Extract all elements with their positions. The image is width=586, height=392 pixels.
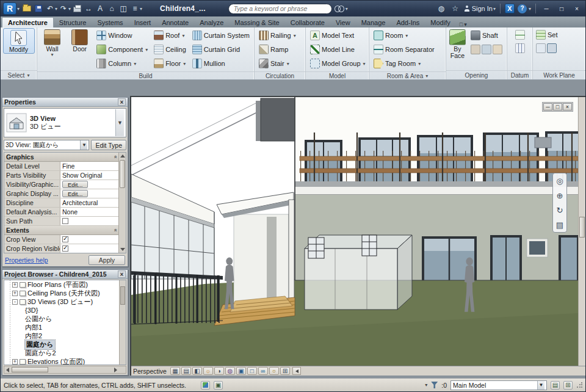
crop-view-icon[interactable]: ▣: [236, 367, 246, 375]
sign-in-button[interactable]: Sign In ▾: [464, 5, 496, 12]
apply-button[interactable]: Apply: [89, 255, 125, 265]
collapse-toggle[interactable]: -: [12, 299, 18, 305]
visibility-edit-button[interactable]: Edit...: [62, 181, 88, 188]
tree-item-view-naibu1[interactable]: 内部1: [4, 323, 126, 332]
shadows-icon[interactable]: ◑: [214, 367, 224, 375]
edit-type-button[interactable]: Edit Type: [91, 140, 126, 150]
exchange-apps-button[interactable]: X: [505, 4, 515, 13]
panel-label-circulation[interactable]: Circulation: [255, 71, 305, 79]
measure-button[interactable]: ↔: [83, 3, 94, 14]
browser-horizontal-scrollbar[interactable]: [4, 366, 126, 374]
panel-label-model[interactable]: Model: [306, 71, 369, 79]
redo-button[interactable]: ↷: [58, 3, 69, 14]
crop-view-checkbox[interactable]: [62, 236, 68, 242]
tab-analyze[interactable]: Analyze: [194, 18, 229, 27]
scale-icon[interactable]: ▦: [170, 367, 180, 375]
column-button[interactable]: Column: [95, 57, 150, 70]
scroll-down-icon[interactable]: [120, 248, 125, 251]
ramp-button[interactable]: Ramp: [257, 43, 298, 56]
tree-item-3d-views[interactable]: -3D Views (3D ビュー): [4, 297, 126, 306]
properties-header[interactable]: Properties ×: [2, 98, 128, 107]
group-extents[interactable]: Extents»: [4, 226, 118, 235]
browser-vertical-scrollbar[interactable]: [119, 280, 126, 365]
model-line-button[interactable]: Model Line: [308, 43, 367, 56]
3d-view-canvas[interactable]: ─ □ × ◎ ⊕ ↻ ▤: [131, 97, 578, 366]
scrollbar-thumb[interactable]: [120, 286, 125, 305]
communication-center-icon[interactable]: ◍: [436, 3, 447, 14]
wall-button[interactable]: Wall: [38, 28, 66, 57]
tab-modify[interactable]: Modify: [425, 18, 455, 27]
tag-room-button[interactable]: Tag Room: [372, 57, 436, 70]
main-model-caret-icon[interactable]: ▼: [537, 381, 544, 390]
scroll-up-icon[interactable]: [120, 154, 125, 158]
undo-button[interactable]: ↶: [45, 3, 56, 14]
by-face-button[interactable]: By Face: [447, 28, 468, 59]
press-drag-icon[interactable]: ⊞: [563, 381, 573, 390]
group-graphics[interactable]: Graphics»: [4, 153, 118, 162]
panel-label-opening[interactable]: Opening: [446, 70, 507, 79]
thin-lines-button[interactable]: ≡: [129, 3, 140, 14]
type-selector-caret-icon[interactable]: ▼: [115, 109, 124, 136]
text-button[interactable]: A: [95, 3, 106, 14]
sun-path-checkbox[interactable]: [62, 218, 68, 224]
model-text-button[interactable]: Model Text: [308, 29, 367, 42]
visual-style-icon[interactable]: ◧: [192, 367, 202, 375]
ribbon-state-icon[interactable]: □: [460, 21, 463, 27]
tab-collaborate[interactable]: Collaborate: [285, 18, 330, 27]
crop-region-checkbox[interactable]: [62, 245, 68, 252]
view-selector-caret-icon[interactable]: ▼: [80, 140, 87, 150]
tree-item-floor-plans[interactable]: +Floor Plans (平面図): [4, 280, 126, 289]
level-icon[interactable]: [515, 30, 525, 40]
worksets-icon[interactable]: [201, 381, 210, 390]
work-plane-viewer-icon[interactable]: [547, 43, 557, 53]
zoom-icon[interactable]: ⊕: [554, 190, 565, 201]
properties-scrollbar[interactable]: [118, 153, 126, 253]
scroll-left-icon[interactable]: [6, 368, 9, 372]
help-button[interactable]: ?: [518, 4, 527, 13]
component-button[interactable]: Component: [95, 43, 150, 56]
view-minimize-icon[interactable]: ─: [543, 103, 552, 111]
tab-massing-site[interactable]: Massing & Site: [229, 18, 284, 27]
show-work-plane-icon[interactable]: [536, 43, 546, 53]
section-button[interactable]: ◫: [118, 3, 129, 14]
save-button[interactable]: [33, 3, 44, 14]
print-button[interactable]: [71, 3, 82, 14]
model-group-button[interactable]: Model Group: [308, 57, 367, 70]
set-work-plane-button[interactable]: Set: [534, 28, 560, 42]
modify-button[interactable]: Modify: [3, 28, 35, 54]
app-menu-caret-icon[interactable]: ▾: [17, 6, 20, 12]
scrollbar-thumb[interactable]: [120, 160, 125, 188]
room-separator-button[interactable]: Room Separator: [372, 43, 436, 56]
view-scale-label[interactable]: Perspective: [133, 368, 167, 375]
editable-only-caret-icon[interactable]: ▾: [425, 382, 427, 388]
tab-architecture[interactable]: Architecture: [2, 17, 54, 27]
window-button[interactable]: Window: [95, 29, 150, 42]
tab-annotate[interactable]: Annotate: [156, 18, 194, 27]
reveal-hidden-icon[interactable]: ○: [269, 367, 279, 375]
ribbon-state-caret-icon[interactable]: ▾: [464, 21, 467, 27]
open-button[interactable]: [21, 3, 32, 14]
tree-item-view-kouen[interactable]: 公園から: [4, 314, 126, 323]
panel-label-work-plane[interactable]: Work Plane: [533, 70, 585, 79]
tab-view[interactable]: View: [330, 18, 356, 27]
main-model-select[interactable]: Main Model ▼: [450, 380, 547, 390]
dormer-opening-icon[interactable]: [493, 45, 502, 54]
close-button[interactable]: ×: [571, 4, 583, 14]
ceiling-button[interactable]: Ceiling: [152, 43, 188, 56]
properties-help-link[interactable]: Properties help: [5, 256, 48, 264]
search-input[interactable]: [228, 4, 332, 14]
render-icon[interactable]: ◍: [225, 367, 235, 375]
graphic-display-edit-button[interactable]: Edit...: [62, 190, 88, 197]
qat-customize-caret-icon[interactable]: ▾: [140, 6, 142, 12]
scroll-control-icon[interactable]: ▤: [554, 219, 565, 230]
view-selector-combo[interactable]: 3D View: 園庭から ▼: [4, 140, 89, 150]
scrollbar-thumb[interactable]: [12, 367, 48, 372]
scrollbar-thumb[interactable]: [579, 217, 585, 238]
tab-systems[interactable]: Systems: [92, 18, 128, 27]
detail-level-icon[interactable]: ▤: [181, 367, 191, 375]
search-caret-icon[interactable]: ▾: [345, 6, 348, 12]
exclude-options-icon[interactable]: ▤: [551, 381, 560, 390]
minimize-button[interactable]: ─: [540, 4, 552, 14]
shaft-button[interactable]: Shaft: [469, 29, 504, 42]
filter-funnel-icon[interactable]: [431, 382, 438, 388]
